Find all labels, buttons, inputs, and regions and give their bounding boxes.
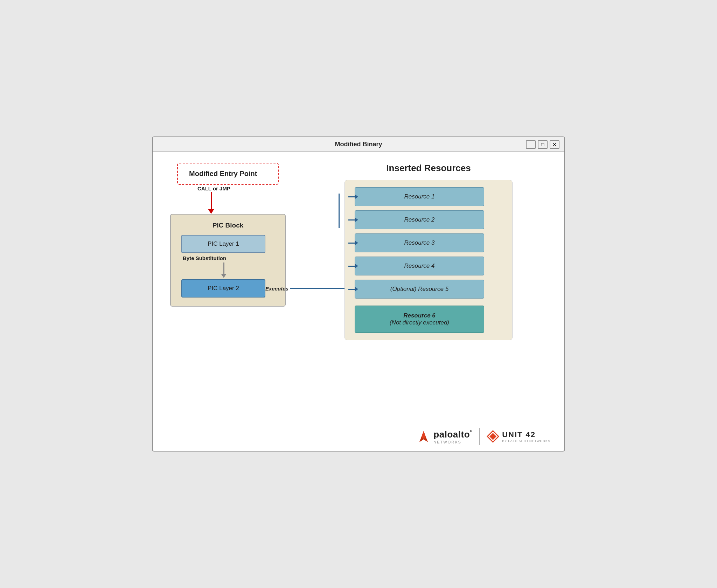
paloalto-name: paloalto° (433, 429, 472, 440)
entry-point-label: Modified Entry Point (189, 170, 257, 177)
entry-point-box: Modified Entry Point (177, 163, 279, 185)
pic-layer-1-box: PIC Layer 1 (181, 235, 265, 253)
resource-4-arrowhead (355, 264, 358, 268)
resource-5-box: (Optional) Resource 5 (355, 280, 484, 299)
resource-row-6: Resource 6 (Not directly executed) (355, 306, 502, 333)
arrow-line (211, 192, 212, 209)
resource-5-arrowhead (355, 287, 358, 292)
resource-6-box: Resource 6 (Not directly executed) (355, 306, 484, 333)
resource-3-line (348, 243, 355, 244)
byte-sub-arrow-line (223, 262, 224, 274)
resource-1-label: Resource 1 (404, 193, 435, 200)
right-panel: Inserted Resources Resource 1 (300, 163, 550, 416)
resources-container: Resource 1 Resource 2 (344, 180, 513, 340)
titlebar: Modified Binary — □ ✕ (153, 137, 564, 152)
inserted-resources-title: Inserted Resources (386, 163, 471, 174)
arrow-head (208, 209, 214, 214)
resource-4-line (348, 266, 355, 267)
resource-row-1: Resource 1 (355, 187, 502, 206)
resource-2-box: Resource 2 (355, 210, 484, 229)
resource-1-arrowhead (355, 194, 358, 199)
resource-2-line (348, 219, 355, 220)
pic-block: PIC Block PIC Layer 1 Byte Substitution (170, 214, 286, 307)
resource-5-label: (Optional) Resource 5 (390, 286, 448, 292)
resource-4-box: Resource 4 (355, 257, 484, 275)
pic-layer-2-box: PIC Layer 2 (181, 279, 265, 298)
unit42-logo: UNIT 42 BY PALO ALTO NETWORKS (487, 430, 550, 443)
resource-row-3: Resource 3 (355, 233, 502, 252)
unit42-sub: BY PALO ALTO NETWORKS (502, 439, 550, 443)
resource-4-label: Resource 4 (404, 262, 435, 269)
byte-sub-label: Byte Substitution (183, 255, 226, 261)
pic-layer-1-label: PIC Layer 1 (208, 240, 239, 247)
close-button[interactable]: ✕ (550, 140, 559, 149)
resource-row-4: Resource 4 (355, 257, 502, 275)
unit42-text: UNIT 42 BY PALO ALTO NETWORKS (502, 430, 550, 443)
paloalto-logo: paloalto° NETWORKS (417, 429, 472, 444)
maximize-button[interactable]: □ (538, 140, 548, 149)
resource-5-line (348, 289, 355, 290)
resource-1-line (348, 196, 355, 197)
paloalto-text: paloalto° NETWORKS (433, 429, 472, 444)
resource-6-line1: Resource 6 (355, 312, 484, 319)
resource-3-box: Resource 3 (355, 233, 484, 252)
footer-divider (479, 428, 480, 445)
resource-2-label: Resource 2 (404, 216, 435, 223)
resource-2-arrowhead (355, 217, 358, 222)
window-title: Modified Binary (335, 141, 382, 148)
executes-label: Executes (265, 286, 288, 292)
minimize-button[interactable]: — (526, 140, 536, 149)
paloalto-sub: NETWORKS (433, 440, 472, 444)
resource-3-label: Resource 3 (404, 239, 435, 246)
paloalto-flame-icon (417, 429, 431, 443)
resource-3-arrowhead (355, 240, 358, 245)
call-jmp-arrow (208, 192, 214, 214)
unit42-icon (487, 430, 499, 443)
resource-row-2: Resource 2 (355, 210, 502, 229)
pic-layer-2-label: PIC Layer 2 (208, 285, 239, 292)
call-jmp-label: CALL or JMP (197, 186, 230, 191)
byte-sub-arrow-head (221, 274, 227, 278)
unit42-label: UNIT 42 (502, 430, 550, 439)
resource-3-arrow (348, 240, 358, 245)
resource-6-line2: (Not directly executed) (355, 319, 484, 326)
main-window: Modified Binary — □ ✕ Modified Entry Poi… (152, 136, 565, 451)
resource-4-arrow (348, 264, 358, 268)
pic-layer2-row: PIC Layer 2 Executes (181, 279, 274, 298)
content-area: Modified Entry Point CALL or JMP PIC Blo… (153, 152, 564, 424)
resource-1-box: Resource 1 (355, 187, 484, 206)
resource-5-arrow (348, 287, 358, 292)
resource-2-arrow (348, 217, 358, 222)
footer: paloalto° NETWORKS UNIT 42 BY PALO ALTO … (153, 424, 564, 451)
pic-block-title: PIC Block (213, 222, 244, 229)
branch-line-vertical (339, 194, 340, 228)
resource-1-arrow (348, 194, 358, 199)
left-panel: Modified Entry Point CALL or JMP PIC Blo… (167, 163, 300, 416)
resource-row-5: (Optional) Resource 5 (355, 280, 502, 299)
window-controls: — □ ✕ (526, 140, 559, 149)
